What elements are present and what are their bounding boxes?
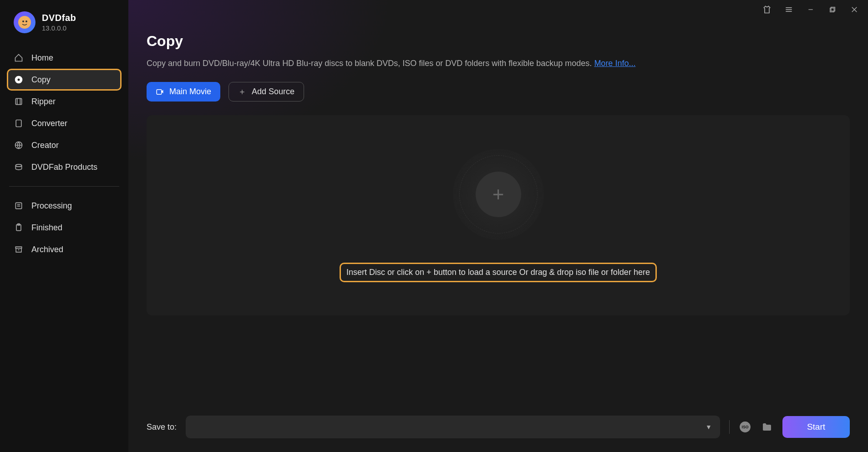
svg-rect-8 [16, 120, 21, 127]
svg-rect-23 [830, 8, 834, 12]
nav-label: Archived [31, 245, 63, 254]
nav-label: Creator [31, 141, 59, 150]
page-title: Copy [147, 33, 850, 50]
nav-list-main: Home Copy Ripper Converter Creator [0, 42, 128, 178]
svg-rect-26 [157, 89, 162, 94]
plus-icon: + [492, 183, 504, 206]
add-source-plus-button[interactable]: + [476, 172, 521, 217]
app-version: 13.0.0.0 [42, 24, 76, 32]
drop-zone-hint: Insert Disc or click on + button to load… [340, 263, 657, 282]
menu-icon[interactable] [784, 5, 793, 14]
nav-label: Ripper [31, 97, 56, 107]
drop-circle: + [453, 149, 544, 240]
archive-icon [14, 244, 24, 254]
nav-divider [9, 186, 119, 187]
save-to-dropdown[interactable]: ▼ [186, 416, 720, 438]
list-icon [14, 201, 24, 211]
disc-icon [14, 75, 24, 85]
svg-point-4 [18, 79, 20, 81]
main-area: Copy Copy and burn DVD/Blu-ray/4K Ultra … [128, 0, 868, 452]
svg-rect-22 [831, 7, 835, 11]
svg-point-0 [18, 16, 31, 29]
logo-text: DVDfab 13.0.0.0 [42, 13, 76, 32]
main-movie-button[interactable]: Main Movie [147, 82, 220, 102]
nav-label: DVDFab Products [31, 163, 97, 172]
more-info-link[interactable]: More Info... [594, 59, 635, 68]
start-button[interactable]: Start [782, 416, 850, 438]
film-icon [14, 96, 24, 107]
plus-icon [238, 88, 246, 96]
logo-section: DVDfab 13.0.0.0 [0, 11, 128, 42]
minimize-icon[interactable] [806, 5, 815, 14]
svg-point-2 [25, 20, 27, 22]
home-icon [14, 53, 24, 63]
nav-item-finished[interactable]: Finished [7, 217, 122, 239]
sidebar: DVDfab 13.0.0.0 Home Copy Ripper [0, 0, 128, 452]
drop-zone[interactable]: + Insert Disc or click on + button to lo… [147, 115, 850, 315]
close-icon[interactable] [850, 5, 859, 14]
add-source-button[interactable]: Add Source [228, 82, 304, 102]
nav-label: Processing [31, 201, 72, 211]
disc-stack-icon [14, 162, 24, 172]
folder-icon[interactable] [761, 421, 773, 433]
nav-label: Copy [31, 75, 51, 85]
titlebar [128, 0, 868, 19]
button-row: Main Movie Add Source [147, 82, 850, 102]
footer: Save to: ▼ ISO Start [128, 406, 868, 452]
nav-label: Finished [31, 223, 62, 233]
svg-rect-5 [15, 98, 21, 104]
svg-rect-16 [15, 247, 21, 248]
svg-point-1 [22, 20, 24, 22]
nav-label: Home [31, 53, 53, 63]
divider [729, 420, 730, 434]
nav-label: Converter [31, 119, 67, 128]
svg-text:ISO: ISO [741, 425, 748, 429]
maximize-icon[interactable] [828, 5, 837, 14]
content: Copy Copy and burn DVD/Blu-ray/4K Ultra … [128, 19, 868, 406]
svg-point-10 [15, 164, 21, 167]
device-icon [14, 118, 24, 128]
nav-item-converter[interactable]: Converter [7, 112, 122, 134]
page-description: Copy and burn DVD/Blu-ray/4K Ultra HD Bl… [147, 59, 850, 68]
nav-item-creator[interactable]: Creator [7, 134, 122, 156]
shirt-icon[interactable] [762, 5, 772, 14]
nav-item-ripper[interactable]: Ripper [7, 91, 122, 112]
iso-icon[interactable]: ISO [739, 421, 751, 433]
app-name: DVDfab [42, 13, 76, 23]
save-to-label: Save to: [147, 422, 177, 432]
globe-icon [14, 140, 24, 150]
chevron-down-icon: ▼ [706, 423, 712, 431]
nav-item-home[interactable]: Home [7, 47, 122, 69]
clipboard-icon [14, 223, 24, 233]
nav-item-products[interactable]: DVDFab Products [7, 156, 122, 178]
nav-item-copy[interactable]: Copy [7, 69, 122, 91]
movie-mode-icon [156, 88, 164, 96]
app-logo-icon [14, 11, 36, 33]
nav-list-tasks: Processing Finished Archived [0, 195, 128, 260]
nav-item-archived[interactable]: Archived [7, 239, 122, 260]
nav-item-processing[interactable]: Processing [7, 195, 122, 217]
